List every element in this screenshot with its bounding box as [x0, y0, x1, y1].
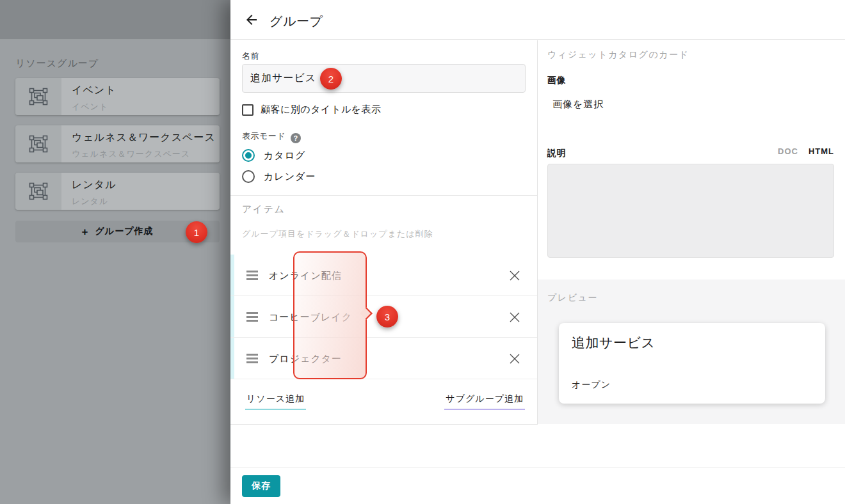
description-format-tabs: DOC HTML	[778, 146, 834, 156]
widget-panel-title: ウィジェットカタログのカード	[547, 49, 689, 61]
image-label: 画像	[547, 75, 566, 86]
save-button[interactable]: 保存	[242, 475, 280, 497]
alt-title-checkbox-row[interactable]: 顧客に別のタイトルを表示	[242, 104, 381, 116]
add-subgroup-link[interactable]: サブグループ追加	[444, 393, 525, 410]
resource-group-item-wellness[interactable]: ウェルネス＆ワークスペース ウェルネス＆ワークスペース	[15, 125, 220, 162]
drag-handle-icon[interactable]	[246, 312, 258, 322]
description-textarea[interactable]	[547, 164, 834, 258]
radio-selected-icon[interactable]	[242, 149, 255, 162]
group-item-row: オンライン配信	[230, 255, 537, 296]
tab-doc[interactable]: DOC	[778, 146, 798, 156]
plus-icon: +	[82, 226, 89, 237]
group-item-subtitle: イベント	[72, 101, 220, 113]
group-item-title: レンタル	[72, 178, 220, 192]
group-item-title: イベント	[72, 84, 220, 97]
add-resource-link[interactable]: リソース追加	[245, 393, 306, 410]
content-bottom-divider	[230, 424, 538, 425]
group-item-subtitle: レンタル	[72, 196, 220, 207]
preview-title: プレビュー	[547, 292, 598, 304]
group-name-input[interactable]	[242, 64, 526, 93]
group-item-row: プロジェクター	[230, 338, 537, 379]
annotation-badge-1: 1	[186, 221, 207, 243]
group-item-label: プロジェクター	[269, 353, 342, 365]
editor-title: グループ	[270, 13, 323, 30]
sidebar-section-title: リソースグループ	[15, 58, 99, 70]
drag-handle-icon[interactable]	[246, 354, 258, 363]
mode-option-label: カレンダー	[264, 171, 316, 183]
display-mode-label: 表示モード?	[242, 130, 301, 143]
alt-title-checkbox-label: 顧客に別のタイトルを表示	[261, 104, 381, 116]
remove-item-icon[interactable]	[508, 352, 521, 365]
drag-handle-icon[interactable]	[246, 271, 258, 280]
group-editor-panel: グループ 名前 2 顧客に別のタイトルを表示 表示モード? カタログ カレンダー…	[230, 0, 845, 504]
section-divider	[230, 195, 537, 196]
name-label: 名前	[242, 51, 259, 62]
preview-card-open-link[interactable]: オープン	[572, 379, 611, 391]
back-arrow-button[interactable]	[243, 12, 261, 29]
annotation-badge-3: 3	[376, 306, 398, 327]
resource-group-sidebar: リソースグループ イベント イベント	[0, 0, 230, 504]
sidebar-topbar	[0, 0, 230, 40]
tab-html[interactable]: HTML	[809, 146, 834, 156]
resource-group-item-events[interactable]: イベント イベント	[15, 78, 220, 115]
mode-option-calendar[interactable]: カレンダー	[242, 170, 316, 183]
group-item-title: ウェルネス＆ワークスペース	[72, 131, 220, 145]
preview-section: プレビュー 追加サービス オープン	[538, 280, 845, 424]
object-group-icon	[15, 173, 61, 210]
group-item-label: オンライン配信	[269, 270, 342, 282]
resource-group-item-rental[interactable]: レンタル レンタル	[15, 173, 220, 210]
mode-option-label: カタログ	[264, 150, 305, 162]
editor-header: グループ	[230, 0, 845, 40]
checkbox-unchecked-icon[interactable]	[242, 104, 254, 116]
preview-card: 追加サービス オープン	[559, 323, 825, 404]
footer-divider	[230, 468, 845, 468]
help-icon[interactable]: ?	[291, 133, 301, 143]
group-item-subtitle: ウェルネス＆ワークスペース	[72, 148, 220, 160]
select-image-button[interactable]: 画像を選択	[550, 96, 606, 113]
remove-item-icon[interactable]	[508, 311, 521, 324]
group-item-label: コーヒーブレイク	[269, 311, 352, 324]
remove-item-icon[interactable]	[508, 269, 521, 282]
annotation-badge-2: 2	[320, 68, 342, 90]
description-label: 説明	[547, 148, 566, 159]
page: リソースグループ イベント イベント	[0, 0, 845, 504]
create-group-label: グループ作成	[95, 226, 153, 237]
object-group-icon	[15, 78, 61, 115]
mode-option-catalog[interactable]: カタログ	[242, 149, 305, 162]
object-group-icon	[15, 125, 61, 162]
preview-card-title: 追加サービス	[572, 334, 655, 352]
radio-unselected-icon[interactable]	[242, 170, 255, 183]
items-section-title: アイテム	[242, 203, 285, 216]
items-section-hint: グループ項目をドラッグ＆ドロップまたは削除	[242, 228, 433, 240]
